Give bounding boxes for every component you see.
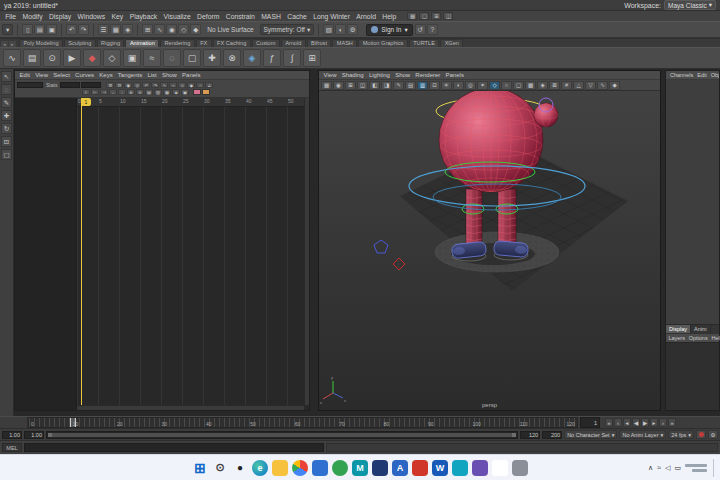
shelf-motion-trail-icon[interactable]: ≈: [143, 49, 161, 67]
chrome-browser-icon[interactable]: [292, 460, 308, 476]
channel-box-menu-item[interactable]: Edit: [695, 72, 708, 78]
ge-time-snap-icon[interactable]: ▤: [145, 89, 153, 95]
shelf-tab[interactable]: Sculpting: [64, 39, 96, 47]
render-icon[interactable]: ▧: [323, 24, 334, 35]
ipr-render-icon[interactable]: ◐: [335, 24, 346, 35]
channel-box-menu-item[interactable]: Object: [709, 72, 719, 78]
ge-insert-key-icon[interactable]: ⊟: [115, 82, 123, 88]
select-component-icon[interactable]: ◈: [122, 24, 133, 35]
four-pane-layout-icon[interactable]: ⊞: [431, 12, 441, 20]
ge-free-weight-icon[interactable]: ⊕: [127, 89, 135, 95]
menu-item[interactable]: Modify: [19, 13, 45, 20]
ao-icon[interactable]: ◎: [465, 81, 476, 90]
shelf-dope-sheet-icon[interactable]: ▤: [23, 49, 41, 67]
shelf-bake-icon[interactable]: ⊞: [303, 49, 321, 67]
file-explorer-icon[interactable]: [272, 460, 288, 476]
viewport-menu-item[interactable]: Renderer: [413, 72, 443, 78]
layer-menu-item[interactable]: Options: [687, 335, 709, 341]
viewport-menu-item[interactable]: Lighting: [366, 72, 392, 78]
pentagon-control-curve[interactable]: [374, 240, 388, 253]
character-set-selector[interactable]: No Character Set ▾: [564, 430, 617, 439]
ge-break-tangent-icon[interactable]: ↔: [109, 89, 117, 95]
shelf-tab[interactable]: XGen: [440, 39, 463, 47]
graph-curve-area[interactable]: 05101520253035404550 1: [77, 98, 304, 405]
stats-value-field[interactable]: [81, 82, 101, 88]
graph-editor-menu-item[interactable]: Keys: [97, 72, 116, 78]
grease-pencil-icon[interactable]: ✎: [393, 81, 404, 90]
swap-buffer-swatch[interactable]: [202, 89, 210, 95]
ge-plateau-tangent-icon[interactable]: ⊣: [100, 89, 108, 95]
app-teal-icon[interactable]: [452, 460, 468, 476]
safe-title-icon[interactable]: ◆: [609, 81, 620, 90]
time-slider[interactable]: 0102030405060708090100110120: [28, 417, 578, 428]
graph-editor-menu-item[interactable]: Tangents: [115, 72, 145, 78]
shelf-tab[interactable]: Arnold: [281, 39, 306, 47]
autodesk-app-icon[interactable]: A: [392, 460, 408, 476]
gate-mask-icon[interactable]: △: [573, 81, 584, 90]
shelf-tab[interactable]: Rendering: [160, 39, 195, 47]
xray-joints-icon[interactable]: ◈: [537, 81, 548, 90]
range-start-handle[interactable]: [48, 433, 52, 437]
history-icon[interactable]: ↺: [415, 24, 426, 35]
shelf-ghost-icon[interactable]: ◌: [163, 49, 181, 67]
workspace-selector[interactable]: Maya Classic ▾: [664, 0, 716, 10]
layer-editor-tab[interactable]: Display: [666, 325, 691, 333]
graph-playhead[interactable]: 1: [81, 98, 82, 405]
ge-step-tangent-icon[interactable]: ⊢: [91, 89, 99, 95]
render-settings-icon[interactable]: ⚙: [347, 24, 358, 35]
app-purple-icon[interactable]: [472, 460, 488, 476]
ge-normalize-icon[interactable]: ▣: [181, 89, 189, 95]
shelf-tab[interactable]: Motion Graphics: [358, 39, 408, 47]
ge-template-icon[interactable]: ▦: [163, 89, 171, 95]
layer-list[interactable]: [666, 342, 719, 410]
app-green-icon[interactable]: [332, 460, 348, 476]
channel-list[interactable]: [666, 80, 719, 324]
buffer-curve-swatch[interactable]: [193, 89, 201, 95]
tray-chevron-icon[interactable]: ∧: [648, 464, 653, 472]
playback-start-field[interactable]: 1.00: [24, 431, 44, 439]
new-scene-icon[interactable]: ▯: [22, 24, 33, 35]
lasso-tool-icon[interactable]: ◌: [1, 84, 12, 95]
workspace-layout-icon[interactable]: ▦: [407, 12, 417, 20]
help-icon[interactable]: ?: [427, 24, 438, 35]
shaded-icon[interactable]: ▥: [417, 81, 428, 90]
snap-plane-icon[interactable]: ◇: [178, 24, 189, 35]
make-live-icon[interactable]: ◆: [190, 24, 201, 35]
range-end-handle[interactable]: [512, 433, 516, 437]
shelf-tab[interactable]: MASH: [332, 39, 357, 47]
layer-editor-tab[interactable]: Anim: [691, 325, 711, 333]
shelf-tab[interactable]: FX: [196, 39, 212, 47]
shelf-tab[interactable]: Rigging: [97, 39, 125, 47]
exposure-icon[interactable]: ⊠: [549, 81, 560, 90]
camera-attributes-icon[interactable]: ⊞: [345, 81, 356, 90]
shelf-expression-icon[interactable]: ƒ: [263, 49, 281, 67]
current-frame-field[interactable]: 1: [580, 417, 600, 428]
gamma-icon[interactable]: #: [561, 81, 572, 90]
graph-editor-menu-item[interactable]: Show: [159, 72, 179, 78]
maya-app-icon[interactable]: M: [352, 460, 368, 476]
menu-item[interactable]: Display: [46, 13, 75, 20]
animation-end-field[interactable]: 200: [542, 431, 562, 439]
ge-region-tool-icon[interactable]: ◎: [133, 82, 141, 88]
menu-item[interactable]: Deform: [194, 13, 223, 20]
network-icon[interactable]: ≈: [657, 464, 661, 472]
shelf-set-key-icon[interactable]: ◆: [83, 49, 101, 67]
field-chart-icon[interactable]: ▽: [585, 81, 596, 90]
copilot-button[interactable]: ●: [232, 460, 248, 476]
word-app-icon[interactable]: W: [432, 460, 448, 476]
anim-layer-selector[interactable]: No Anim Layer ▾: [619, 430, 666, 439]
bookmarks-icon[interactable]: ◫: [357, 81, 368, 90]
ge-pin-icon[interactable]: ◈: [172, 89, 180, 95]
save-scene-icon[interactable]: ▣: [46, 24, 57, 35]
animation-preferences-button[interactable]: ⚙: [708, 430, 718, 439]
shelf-pose-icon[interactable]: ◈: [243, 49, 261, 67]
show-desktop-button[interactable]: [713, 459, 716, 477]
wireframe-icon[interactable]: ▤: [405, 81, 416, 90]
snap-curve-icon[interactable]: ∿: [154, 24, 165, 35]
split-pane-layout-icon[interactable]: ◫: [443, 12, 453, 20]
viewport-menu-item[interactable]: View: [321, 72, 339, 78]
menu-item[interactable]: File: [2, 13, 19, 20]
move-tool-icon[interactable]: ✚: [1, 110, 12, 121]
app-blue-icon[interactable]: [312, 460, 328, 476]
open-scene-icon[interactable]: ▤: [34, 24, 45, 35]
